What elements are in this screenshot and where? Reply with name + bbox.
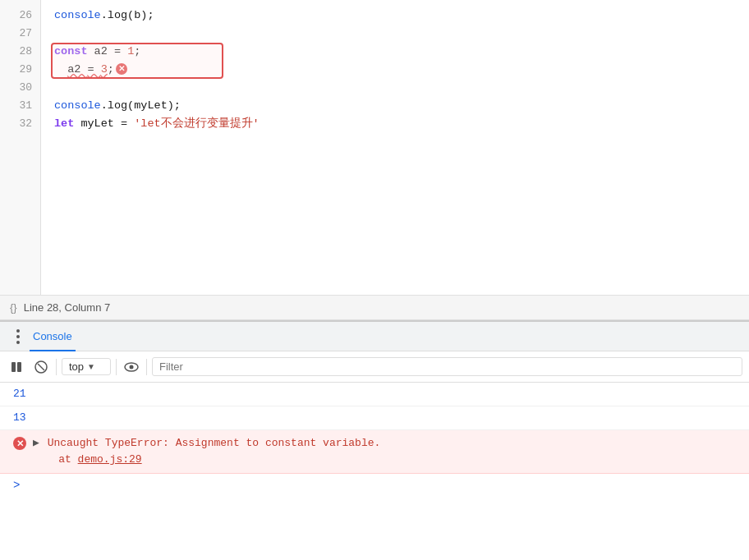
code-editor: 26 27 28 29 30 31 32 console.log(b); con… — [0, 0, 749, 320]
eye-button[interactable] — [122, 357, 141, 377]
console-header: Console — [0, 322, 749, 351]
context-label: top — [69, 360, 84, 373]
console-tab[interactable]: Console — [30, 322, 76, 351]
svg-point-5 — [130, 365, 134, 369]
error-icon: ✕ — [13, 437, 26, 450]
console-output: 21 13 ✕ ▶ Uncaught TypeError: Assignment… — [0, 383, 749, 560]
separator2 — [116, 359, 117, 375]
line-numbers: 26 27 28 29 30 31 32 — [0, 0, 41, 295]
clear-button[interactable] — [31, 357, 51, 377]
execute-button[interactable] — [7, 357, 26, 377]
code-line-27 — [54, 25, 749, 43]
output-value-2: 13 — [13, 410, 736, 426]
code-line-26: console.log(b); — [54, 7, 749, 25]
console-prompt-line[interactable]: > — [0, 474, 749, 497]
eye-icon — [124, 362, 139, 372]
cursor-position: Line 28, Column 7 — [24, 301, 111, 314]
console-output-line-1: 21 — [0, 383, 749, 406]
console-error-line: ✕ ▶ Uncaught TypeError: Assignment to co… — [0, 430, 749, 474]
console-output-line-2: 13 — [0, 406, 749, 430]
output-value-1: 21 — [13, 386, 736, 402]
console-menu-button[interactable] — [10, 328, 26, 345]
prompt-icon: > — [13, 479, 20, 492]
code-line-31: console.log(myLet); — [54, 97, 749, 115]
error-message-text: Uncaught TypeError: Assignment to consta… — [48, 437, 381, 449]
error-inline-icon: ✕ — [116, 63, 127, 75]
code-line-32: let myLet = 'let不会进行变量提升' — [54, 115, 749, 133]
error-message: ▶ Uncaught TypeError: Assignment to cons… — [33, 435, 380, 468]
svg-rect-0 — [11, 362, 16, 372]
code-line-29: a2 = 3;✕ — [54, 61, 749, 79]
code-content: console.log(b); const a2 = 1; a2 = 3;✕ c… — [41, 0, 749, 295]
format-icon: {} — [10, 301, 17, 314]
play-icon — [11, 361, 22, 373]
error-location-link[interactable]: demo.js:29 — [78, 453, 142, 466]
status-bar: {} Line 28, Column 7 — [0, 295, 749, 319]
console-panel: Console top ▼ — [0, 320, 749, 560]
separator3 — [146, 359, 147, 375]
svg-rect-1 — [17, 362, 21, 372]
console-toolbar: top ▼ — [0, 351, 749, 383]
clear-icon — [34, 360, 48, 374]
context-dropdown[interactable]: top ▼ — [62, 358, 111, 375]
svg-line-3 — [38, 364, 44, 370]
filter-input[interactable] — [152, 357, 742, 376]
error-expand-arrow[interactable]: ▶ — [33, 437, 39, 449]
code-line-28: const a2 = 1; — [54, 43, 749, 61]
separator — [56, 359, 57, 375]
dropdown-arrow-icon: ▼ — [87, 362, 95, 371]
code-line-30 — [54, 79, 749, 97]
